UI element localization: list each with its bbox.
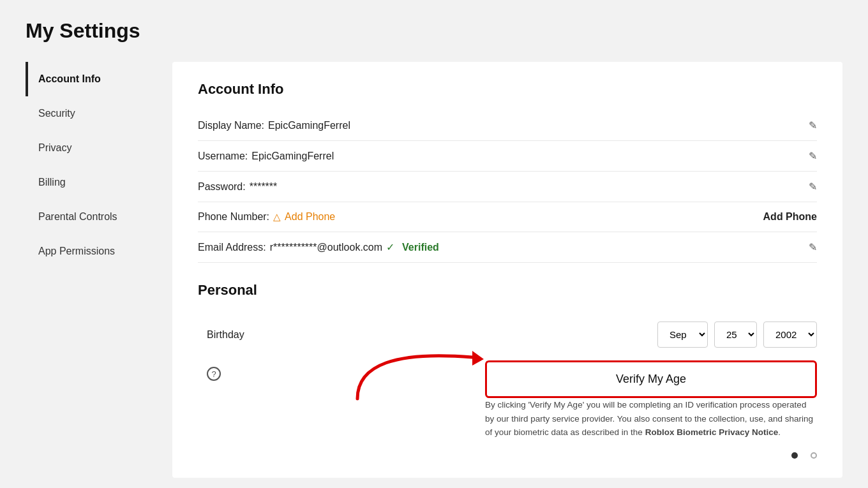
account-info-title: Account Info: [198, 81, 817, 98]
verified-checkmark: ✓: [386, 241, 394, 253]
username-row: Username: EpicGamingFerrel ✎: [198, 141, 817, 172]
display-name-value: EpicGamingFerrel: [268, 120, 350, 131]
sidebar-item-security[interactable]: Security: [26, 96, 172, 131]
password-value: *******: [250, 181, 278, 193]
username-value: EpicGamingFerrel: [251, 151, 334, 162]
birthday-month-select[interactable]: Sep JanFebMar AprMayJun JulAug OctNovDec: [657, 322, 708, 348]
username-edit-icon[interactable]: ✎: [809, 150, 817, 162]
email-address-row: Email Address: r***********@outlook.com …: [198, 232, 817, 263]
phone-warning-icon: △: [273, 211, 281, 223]
sidebar-item-billing[interactable]: Billing: [26, 165, 172, 200]
email-edit-icon[interactable]: ✎: [809, 241, 817, 253]
email-value: r***********@outlook.com: [270, 242, 382, 253]
sidebar-item-privacy[interactable]: Privacy: [26, 131, 172, 165]
personal-section: Personal Birthday Sep JanFebMar AprMayJu…: [198, 282, 817, 459]
birthday-selects: Sep JanFebMar AprMayJun JulAug OctNovDec…: [657, 322, 817, 348]
phone-number-row: Phone Number: △ Add Phone Add Phone: [198, 202, 817, 232]
indicator-dot-1: [791, 452, 798, 459]
birthday-day-select[interactable]: 25: [714, 322, 757, 348]
sidebar-item-parental-controls[interactable]: Parental Controls: [26, 200, 172, 234]
sidebar-item-app-permissions[interactable]: App Permissions: [26, 234, 172, 269]
sidebar: Account Info Security Privacy Billing Pa…: [26, 62, 172, 478]
password-row: Password: ******* ✎: [198, 172, 817, 202]
birthday-label: Birthday: [198, 329, 244, 341]
birthday-help-icon[interactable]: ?: [207, 367, 221, 381]
sidebar-item-account-info[interactable]: Account Info: [26, 62, 172, 96]
display-name-edit-icon[interactable]: ✎: [809, 119, 817, 131]
display-name-row: Display Name: EpicGamingFerrel ✎: [198, 110, 817, 141]
biometric-notice-link[interactable]: Roblox Biometric Privacy Notice: [645, 427, 779, 437]
display-name-label: Display Name:: [198, 120, 264, 131]
birthday-row: Birthday Sep JanFebMar AprMayJun JulAug …: [198, 311, 817, 358]
add-phone-link[interactable]: Add Phone: [285, 211, 335, 223]
bottom-indicators: [198, 452, 817, 459]
username-label: Username:: [198, 151, 248, 162]
password-edit-icon[interactable]: ✎: [809, 181, 817, 193]
phone-number-label: Phone Number:: [198, 211, 269, 223]
main-content: Account Info Display Name: EpicGamingFer…: [172, 62, 842, 478]
email-label: Email Address:: [198, 242, 266, 253]
verify-description: By clicking 'Verify My Age' you will be …: [485, 398, 817, 440]
verified-badge: Verified: [402, 242, 439, 253]
personal-title: Personal: [198, 282, 817, 299]
indicator-dot-2: [811, 452, 817, 459]
page-title: My Settings: [26, 19, 842, 43]
add-phone-button[interactable]: Add Phone: [763, 211, 817, 223]
birthday-year-select[interactable]: 2002: [763, 322, 817, 348]
verify-my-age-button[interactable]: Verify My Age: [485, 360, 817, 398]
password-label: Password:: [198, 181, 246, 193]
